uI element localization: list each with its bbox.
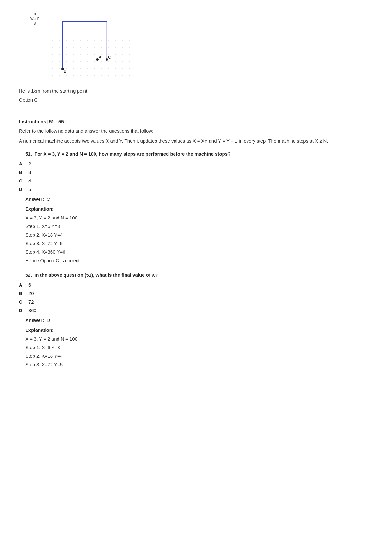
option-value-d: 5 — [28, 187, 31, 192]
explanation-line-0: X = 3, Y = 2 and N = 100 — [25, 213, 373, 222]
option-value-c: 4 — [28, 178, 31, 183]
explanation-line-5: Hence Option C is correct. — [25, 256, 373, 265]
option-52-value-a: 6 — [28, 282, 31, 287]
question-51-explanation: Explanation: X = 3, Y = 2 and N = 100 St… — [19, 206, 373, 265]
instructions-title: Instructions [51 - 55 ] — [19, 119, 373, 124]
question-52-number: 52. In the above question (51), what is … — [19, 272, 373, 278]
option-52-letter-a: A — [19, 282, 28, 287]
svg-text:B: B — [64, 69, 67, 74]
svg-text:C: C — [108, 55, 111, 59]
list-item: D 360 — [19, 308, 373, 313]
explanation-line-3: Step 3. X=72 Y=5 — [25, 239, 373, 248]
question-51-number: 51. For X = 3, Y = 2 and N = 100, how ma… — [19, 151, 373, 157]
answer-label-52: Answer: — [25, 318, 44, 323]
list-item: A 2 — [19, 161, 373, 166]
question-51-text: For X = 3, Y = 2 and N = 100, how many s… — [34, 151, 230, 157]
question-51-block: 51. For X = 3, Y = 2 and N = 100, how ma… — [19, 151, 373, 265]
answer-value-51: C — [47, 196, 50, 202]
answer-label-51: Answer: — [25, 196, 44, 202]
question-52-block: 52. In the above question (51), what is … — [19, 272, 373, 369]
explanation-52-line-0: X = 3, Y = 2 and N = 100 — [25, 335, 373, 343]
explanation-line-4: Step 4. X=360 Y=6 — [25, 248, 373, 256]
question-51-options: A 2 B 3 C 4 D 5 — [19, 161, 373, 192]
option-letter-d: D — [19, 187, 28, 192]
question-51-answer: Answer: C — [19, 196, 373, 202]
option-52-letter-c: C — [19, 299, 28, 305]
top-answer-line1: He is 1km from the starting point. — [19, 87, 89, 95]
compass-s: S — [30, 22, 39, 26]
list-item: B 3 — [19, 170, 373, 175]
explanation-52-line-2: Step 2. X=18 Y=4 — [25, 352, 373, 360]
svg-point-3 — [96, 58, 99, 61]
compass-w: W — [30, 17, 33, 21]
list-item: C 4 — [19, 178, 373, 183]
explanation-title-52: Explanation: — [25, 327, 373, 333]
top-answer-line2: Option C — [19, 96, 38, 104]
option-letter-b: B — [19, 170, 28, 175]
compass: N W + E S — [30, 13, 39, 26]
diagram-container: A B C N W + E S — [28, 9, 136, 82]
svg-point-5 — [61, 68, 64, 70]
list-item: B 20 — [19, 291, 373, 296]
option-52-value-c: 72 — [28, 299, 34, 305]
option-value-a: 2 — [28, 161, 31, 166]
explanation-52-line-1: Step 1. X=6 Y=3 — [25, 343, 373, 352]
answer-value-52: D — [47, 318, 50, 323]
option-value-b: 3 — [28, 170, 31, 175]
question-52-answer: Answer: D — [19, 318, 373, 323]
compass-e: E — [37, 17, 40, 21]
question-52-explanation: Explanation: X = 3, Y = 2 and N = 100 St… — [19, 327, 373, 369]
instructions-text2: A numerical machine accepts two values X… — [19, 137, 373, 145]
svg-point-7 — [106, 58, 108, 61]
svg-text:A: A — [99, 55, 101, 59]
explanation-52-line-3: Step 3. X=72 Y=5 — [25, 360, 373, 369]
compass-n: N — [30, 13, 39, 16]
list-item: A 6 — [19, 282, 373, 287]
option-52-letter-b: B — [19, 291, 28, 296]
explanation-line-2: Step 2. X=18 Y=4 — [25, 231, 373, 239]
option-52-value-b: 20 — [28, 291, 34, 296]
question-52-options: A 6 B 20 C 72 D 360 — [19, 282, 373, 313]
grid-background: A B C — [28, 9, 136, 82]
explanation-line-1: Step 1. X=6 Y=3 — [25, 222, 373, 231]
option-52-letter-d: D — [19, 308, 28, 313]
explanation-title-51: Explanation: — [25, 206, 373, 212]
option-52-value-d: 360 — [28, 308, 36, 313]
svg-rect-1 — [28, 9, 136, 82]
instructions-text1: Refer to the following data and answer t… — [19, 127, 373, 135]
instructions-block: Instructions [51 - 55 ] Refer to the fol… — [19, 119, 373, 145]
list-item: D 5 — [19, 187, 373, 192]
top-section: A B C N W + E S He is 1km from the start… — [19, 9, 373, 105]
option-letter-a: A — [19, 161, 28, 166]
list-item: C 72 — [19, 299, 373, 305]
option-letter-c: C — [19, 178, 28, 183]
question-52-text: In the above question (51), what is the … — [34, 272, 158, 278]
